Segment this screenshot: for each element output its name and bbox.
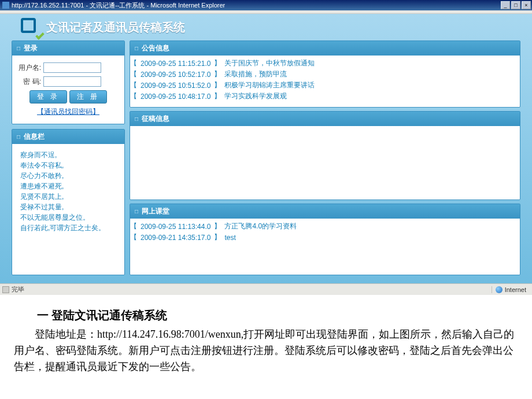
classroom-item[interactable]: 【2009-09-21 14:35:17.0】test <box>130 232 520 243</box>
notice-timestamp: 2009-09-25 10:51:52.0 <box>141 82 210 90</box>
notice-title[interactable]: 学习实践科学发展观 <box>224 91 287 101</box>
notice-title[interactable]: 关于国庆节，中秋节放假通知 <box>224 58 315 68</box>
doc-paragraph: 登陆地址是：http://114.247.16.98:7001/wenxun,打… <box>14 327 518 375</box>
classroom-title[interactable]: 方正飞腾4.0的学习资料 <box>224 221 297 231</box>
notice-timestamp: 2009-09-25 10:52:17.0 <box>141 71 210 79</box>
draft-panel-header: 征稿信息 <box>130 112 520 126</box>
notice-timestamp: 2009-09-25 10:48:17.0 <box>141 93 210 101</box>
minimize-button[interactable]: _ <box>501 1 510 9</box>
close-button[interactable]: × <box>522 1 531 9</box>
doc-heading: 一 登陆文讯记通传稿系统 <box>14 306 518 324</box>
info-panel-header: 信息栏 <box>12 130 124 144</box>
notice-panel-header: 公告信息 <box>130 41 520 56</box>
info-line: 见贤不居其上, <box>20 191 116 202</box>
password-input[interactable] <box>43 76 101 87</box>
login-button[interactable]: 登 录 <box>29 90 67 104</box>
draft-panel: 征稿信息 <box>130 111 520 200</box>
info-line: 察身而不逞, <box>20 150 116 160</box>
app-logo-icon <box>21 18 42 36</box>
browser-titlebar: http://172.16.252.11:7001 - 文讯记通--工作系统 -… <box>0 0 532 10</box>
info-line: 奉法令不容私, <box>20 160 116 171</box>
maximize-button[interactable]: □ <box>511 1 520 9</box>
status-done-icon <box>2 286 9 293</box>
info-panel: 信息栏 察身而不逞, 奉法令不容私, 尽心力不敢矜, 遭患难不避死, 见贤不居其… <box>12 129 125 275</box>
classroom-timestamp: 2009-09-21 14:35:17.0 <box>141 234 210 242</box>
username-label: 用户名: <box>18 63 41 73</box>
classroom-item[interactable]: 【2009-09-25 11:13:44.0】方正飞腾4.0的学习资料 <box>130 221 520 232</box>
forgot-password-link[interactable]: 【通讯员找回密码】 <box>37 108 99 116</box>
notice-item[interactable]: 【2009-09-25 10:51:52.0】积极学习胡锦涛主席重要讲话 <box>130 80 520 91</box>
classroom-timestamp: 2009-09-25 11:13:44.0 <box>141 223 210 231</box>
notice-panel: 公告信息 【2009-09-25 11:15:21.0】关于国庆节，中秋节放假通… <box>130 40 520 108</box>
classroom-title[interactable]: test <box>224 234 235 242</box>
classroom-panel: 网上课堂 【2009-09-25 11:13:44.0】方正飞腾4.0的学习资料… <box>130 204 520 275</box>
notice-timestamp: 2009-09-25 11:15:21.0 <box>141 60 210 68</box>
info-line: 尽心力不敢矜, <box>20 171 116 181</box>
info-line: 自行若此,可谓方正之士矣。 <box>20 223 116 233</box>
password-label: 密 码: <box>18 77 41 87</box>
register-button[interactable]: 注 册 <box>69 90 107 104</box>
favicon <box>2 2 9 9</box>
notice-item[interactable]: 【2009-09-25 10:52:17.0】采取措施，预防甲流 <box>130 69 520 80</box>
info-line: 受禄不过其量, <box>20 202 116 212</box>
browser-statusbar: 完毕 Internet <box>0 283 532 295</box>
globe-icon <box>496 286 503 293</box>
status-text: 完毕 <box>12 285 492 294</box>
info-line: 不以无能居尊显之位。 <box>20 212 116 223</box>
notice-title[interactable]: 积极学习胡锦涛主席重要讲话 <box>224 80 315 90</box>
login-panel-header: 登录 <box>12 41 124 56</box>
app-body: 文讯记者及通讯员传稿系统 登录 用户名: 密 码: <box>0 14 532 283</box>
notice-title[interactable]: 采取措施，预防甲流 <box>224 69 287 79</box>
app-header: 文讯记者及通讯员传稿系统 <box>0 14 532 40</box>
security-zone: Internet <box>492 286 530 293</box>
draft-content <box>130 126 520 200</box>
app-title: 文讯记者及通讯员传稿系统 <box>46 20 185 35</box>
username-input[interactable] <box>43 62 101 73</box>
window-title: http://172.16.252.11:7001 - 文讯记通--工作系统 -… <box>12 1 501 10</box>
classroom-panel-header: 网上课堂 <box>130 204 520 219</box>
info-line: 遭患难不避死, <box>20 181 116 191</box>
login-panel: 登录 用户名: 密 码: 登 录 注 册 <box>12 40 125 124</box>
zone-label: Internet <box>505 286 526 293</box>
info-content: 察身而不逞, 奉法令不容私, 尽心力不敢矜, 遭患难不避死, 见贤不居其上, 受… <box>12 144 124 239</box>
notice-item[interactable]: 【2009-09-25 10:48:17.0】学习实践科学发展观 <box>130 91 520 102</box>
document-text: 一 登陆文讯记通传稿系统 登陆地址是：http://114.247.16.98:… <box>0 295 532 381</box>
notice-item[interactable]: 【2009-09-25 11:15:21.0】关于国庆节，中秋节放假通知 <box>130 58 520 69</box>
